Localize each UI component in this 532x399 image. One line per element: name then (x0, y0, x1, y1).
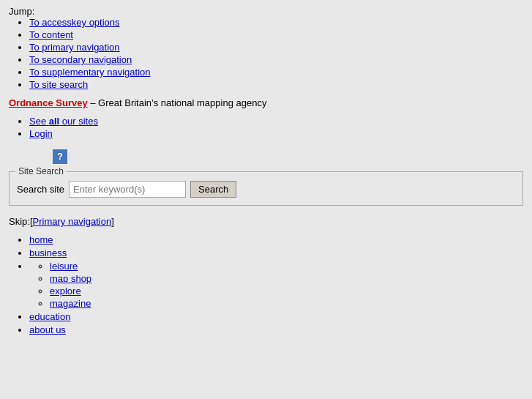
jump-item: To supplementary navigation (29, 67, 523, 78)
site-search-legend: Site Search (15, 166, 67, 176)
site-search-box: Site Search Search site Search (9, 171, 523, 206)
explore-link[interactable]: explore (50, 286, 81, 297)
nav-item-education: education (29, 311, 523, 322)
nav-sub-item-magazine: magazine (50, 298, 523, 309)
primary-nav-list: home business leisure map shop explore m… (9, 234, 523, 335)
home-link[interactable]: home (29, 234, 53, 245)
jump-item: To content (29, 29, 523, 40)
login-link[interactable]: Login (29, 128, 53, 139)
nav-item-business: business (29, 247, 523, 258)
jump-secondary-nav-link[interactable]: To secondary navigation (29, 54, 132, 65)
education-link[interactable]: education (29, 311, 70, 322)
jump-content-link[interactable]: To content (29, 29, 73, 40)
nav-item-home: home (29, 234, 523, 245)
jump-item: To secondary navigation (29, 54, 523, 65)
org-description: – Great Britain’s national mapping agenc… (88, 97, 267, 108)
leisure-link[interactable]: leisure (50, 261, 78, 272)
jump-item: To site search (29, 79, 523, 90)
search-input[interactable] (69, 181, 186, 198)
search-site-label: Search site (17, 184, 64, 195)
jump-site-search-link[interactable]: To site search (29, 79, 88, 90)
all-bold: all (49, 116, 59, 127)
utility-links-list: See all our sites Login (9, 116, 523, 139)
jump-item: To accesskey options (29, 17, 523, 28)
jump-item: To primary navigation (29, 42, 523, 53)
see-all-sites-link[interactable]: See all our sites (29, 116, 98, 127)
business-link[interactable]: business (29, 247, 67, 258)
org-line: Ordnance Survey – Great Britain’s nation… (9, 97, 523, 108)
nav-item-leisure-parent: leisure map shop explore magazine (29, 261, 523, 309)
map-shop-link[interactable]: map shop (50, 273, 91, 284)
nav-sub-item-explore: explore (50, 286, 523, 297)
magazine-link[interactable]: magazine (50, 298, 91, 309)
skip-suffix: ] (111, 216, 114, 227)
jump-accesskey-link[interactable]: To accesskey options (29, 17, 120, 28)
search-row: Search site Search (17, 181, 515, 198)
login-item: Login (29, 128, 523, 139)
about-us-link[interactable]: about us (29, 324, 66, 335)
nav-sub-item-mapshop: map shop (50, 273, 523, 284)
nav-sub-item-leisure: leisure (50, 261, 523, 272)
jump-section: Jump: To accesskey options To content To… (9, 6, 523, 90)
jump-primary-nav-link[interactable]: To primary navigation (29, 42, 120, 53)
help-icon[interactable]: ? (53, 149, 67, 164)
see-all-sites-item: See all our sites (29, 116, 523, 127)
skip-primary-nav-link[interactable]: Primary navigation (33, 216, 112, 227)
nav-sub-list: leisure map shop explore magazine (29, 261, 523, 309)
org-name-link[interactable]: Ordnance Survey (9, 97, 88, 108)
jump-label: Jump: (9, 6, 34, 17)
skip-line: Skip:[Primary navigation] (9, 216, 523, 227)
jump-list: To accesskey options To content To prima… (9, 17, 523, 90)
skip-prefix: Skip:[ (9, 216, 33, 227)
nav-item-about: about us (29, 324, 523, 335)
search-button[interactable]: Search (190, 181, 236, 198)
icon-placeholder[interactable]: ? (9, 149, 523, 171)
jump-supplementary-nav-link[interactable]: To supplementary navigation (29, 67, 151, 78)
